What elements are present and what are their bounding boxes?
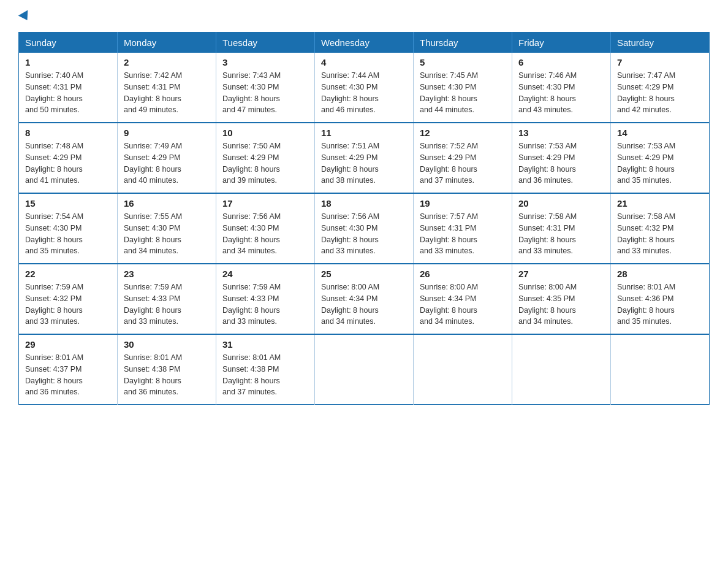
day-info: Sunrise: 8:01 AM Sunset: 4:37 PM Dayligh… [25,352,111,398]
day-number: 11 [321,128,407,138]
day-number: 24 [222,269,308,279]
calendar-day-cell: 13 Sunrise: 7:53 AM Sunset: 4:29 PM Dayl… [512,123,611,193]
calendar-day-cell: 15 Sunrise: 7:54 AM Sunset: 4:30 PM Dayl… [19,193,118,264]
day-info: Sunrise: 7:59 AM Sunset: 4:33 PM Dayligh… [222,282,308,327]
calendar-week-row: 8 Sunrise: 7:48 AM Sunset: 4:29 PM Dayli… [19,123,710,193]
day-number: 23 [124,269,210,279]
day-number: 8 [25,128,111,138]
calendar-week-row: 15 Sunrise: 7:54 AM Sunset: 4:30 PM Dayl… [19,193,710,264]
day-info: Sunrise: 8:00 AM Sunset: 4:34 PM Dayligh… [321,282,407,327]
day-number: 12 [420,128,506,138]
calendar-day-cell [315,334,414,405]
day-number: 31 [222,339,308,350]
day-of-week-header: Monday [118,33,216,53]
calendar-day-cell: 4 Sunrise: 7:44 AM Sunset: 4:30 PM Dayli… [315,53,414,123]
calendar-week-row: 1 Sunrise: 7:40 AM Sunset: 4:31 PM Dayli… [19,53,710,123]
day-number: 30 [124,339,210,350]
day-info: Sunrise: 7:49 AM Sunset: 4:29 PM Dayligh… [124,140,210,186]
calendar-day-cell: 19 Sunrise: 7:57 AM Sunset: 4:31 PM Dayl… [414,193,512,264]
calendar-day-cell: 25 Sunrise: 8:00 AM Sunset: 4:34 PM Dayl… [315,264,414,334]
day-of-week-header: Friday [512,33,611,53]
day-info: Sunrise: 7:45 AM Sunset: 4:30 PM Dayligh… [420,70,506,116]
day-number: 22 [25,269,111,279]
day-number: 13 [518,128,604,138]
calendar-day-cell: 20 Sunrise: 7:58 AM Sunset: 4:31 PM Dayl… [512,193,611,264]
day-info: Sunrise: 7:55 AM Sunset: 4:30 PM Dayligh… [124,211,210,257]
calendar-day-cell: 9 Sunrise: 7:49 AM Sunset: 4:29 PM Dayli… [118,123,216,193]
day-info: Sunrise: 7:40 AM Sunset: 4:31 PM Dayligh… [25,70,111,116]
day-info: Sunrise: 7:53 AM Sunset: 4:29 PM Dayligh… [617,140,703,186]
calendar-day-cell: 10 Sunrise: 7:50 AM Sunset: 4:29 PM Dayl… [216,123,315,193]
calendar-day-cell: 18 Sunrise: 7:56 AM Sunset: 4:30 PM Dayl… [315,193,414,264]
day-info: Sunrise: 8:01 AM Sunset: 4:38 PM Dayligh… [124,352,210,398]
calendar-day-cell: 3 Sunrise: 7:43 AM Sunset: 4:30 PM Dayli… [216,53,315,123]
day-number: 20 [518,198,604,209]
day-of-week-header: Saturday [611,33,710,53]
day-number: 17 [222,198,308,209]
day-number: 19 [420,198,506,209]
day-number: 21 [617,198,703,209]
day-number: 4 [321,57,407,67]
day-number: 26 [420,269,506,279]
day-of-week-header: Thursday [414,33,512,53]
day-number: 7 [617,57,703,67]
calendar-day-cell: 26 Sunrise: 8:00 AM Sunset: 4:34 PM Dayl… [414,264,512,334]
day-number: 27 [518,269,604,279]
day-info: Sunrise: 7:58 AM Sunset: 4:32 PM Dayligh… [617,211,703,257]
day-info: Sunrise: 7:57 AM Sunset: 4:31 PM Dayligh… [420,211,506,257]
day-info: Sunrise: 7:43 AM Sunset: 4:30 PM Dayligh… [222,70,308,116]
day-number: 2 [124,57,210,67]
day-info: Sunrise: 7:56 AM Sunset: 4:30 PM Dayligh… [321,211,407,257]
calendar-day-cell: 14 Sunrise: 7:53 AM Sunset: 4:29 PM Dayl… [611,123,710,193]
day-info: Sunrise: 7:48 AM Sunset: 4:29 PM Dayligh… [25,140,111,186]
day-number: 16 [124,198,210,209]
calendar-day-cell: 17 Sunrise: 7:56 AM Sunset: 4:30 PM Dayl… [216,193,315,264]
calendar-day-cell: 21 Sunrise: 7:58 AM Sunset: 4:32 PM Dayl… [611,193,710,264]
calendar-table: SundayMondayTuesdayWednesdayThursdayFrid… [18,32,710,405]
day-info: Sunrise: 7:42 AM Sunset: 4:31 PM Dayligh… [124,70,210,116]
day-info: Sunrise: 7:47 AM Sunset: 4:29 PM Dayligh… [617,70,703,116]
calendar-day-cell [512,334,611,405]
calendar-day-cell: 6 Sunrise: 7:46 AM Sunset: 4:30 PM Dayli… [512,53,611,123]
day-number: 28 [617,269,703,279]
day-info: Sunrise: 7:51 AM Sunset: 4:29 PM Dayligh… [321,140,407,186]
calendar-day-cell: 29 Sunrise: 8:01 AM Sunset: 4:37 PM Dayl… [19,334,118,405]
page-header [18,12,710,21]
calendar-week-row: 22 Sunrise: 7:59 AM Sunset: 4:32 PM Dayl… [19,264,710,334]
day-number: 14 [617,128,703,138]
day-info: Sunrise: 7:59 AM Sunset: 4:33 PM Dayligh… [124,282,210,327]
calendar-day-cell: 30 Sunrise: 8:01 AM Sunset: 4:38 PM Dayl… [118,334,216,405]
day-info: Sunrise: 8:01 AM Sunset: 4:36 PM Dayligh… [617,282,703,327]
day-number: 3 [222,57,308,67]
day-of-week-header: Sunday [19,33,118,53]
day-of-week-header: Tuesday [216,33,315,53]
day-info: Sunrise: 8:00 AM Sunset: 4:34 PM Dayligh… [420,282,506,327]
calendar-day-cell: 27 Sunrise: 8:00 AM Sunset: 4:35 PM Dayl… [512,264,611,334]
calendar-day-cell: 11 Sunrise: 7:51 AM Sunset: 4:29 PM Dayl… [315,123,414,193]
logo-triangle-icon [18,10,32,23]
calendar-day-cell [611,334,710,405]
day-info: Sunrise: 7:58 AM Sunset: 4:31 PM Dayligh… [518,211,604,257]
day-number: 15 [25,198,111,209]
calendar-day-cell: 24 Sunrise: 7:59 AM Sunset: 4:33 PM Dayl… [216,264,315,334]
calendar-day-cell: 23 Sunrise: 7:59 AM Sunset: 4:33 PM Dayl… [118,264,216,334]
calendar-day-cell: 8 Sunrise: 7:48 AM Sunset: 4:29 PM Dayli… [19,123,118,193]
calendar-day-cell: 2 Sunrise: 7:42 AM Sunset: 4:31 PM Dayli… [118,53,216,123]
calendar-day-cell: 12 Sunrise: 7:52 AM Sunset: 4:29 PM Dayl… [414,123,512,193]
logo [18,12,31,21]
calendar-day-cell: 1 Sunrise: 7:40 AM Sunset: 4:31 PM Dayli… [19,53,118,123]
day-number: 9 [124,128,210,138]
day-number: 5 [420,57,506,67]
day-info: Sunrise: 7:56 AM Sunset: 4:30 PM Dayligh… [222,211,308,257]
day-info: Sunrise: 7:52 AM Sunset: 4:29 PM Dayligh… [420,140,506,186]
day-info: Sunrise: 7:50 AM Sunset: 4:29 PM Dayligh… [222,140,308,186]
day-info: Sunrise: 7:44 AM Sunset: 4:30 PM Dayligh… [321,70,407,116]
day-number: 6 [518,57,604,67]
calendar-day-cell: 5 Sunrise: 7:45 AM Sunset: 4:30 PM Dayli… [414,53,512,123]
day-number: 25 [321,269,407,279]
day-number: 18 [321,198,407,209]
day-number: 29 [25,339,111,350]
day-info: Sunrise: 8:01 AM Sunset: 4:38 PM Dayligh… [222,352,308,398]
calendar-day-cell: 28 Sunrise: 8:01 AM Sunset: 4:36 PM Dayl… [611,264,710,334]
calendar-day-cell: 7 Sunrise: 7:47 AM Sunset: 4:29 PM Dayli… [611,53,710,123]
